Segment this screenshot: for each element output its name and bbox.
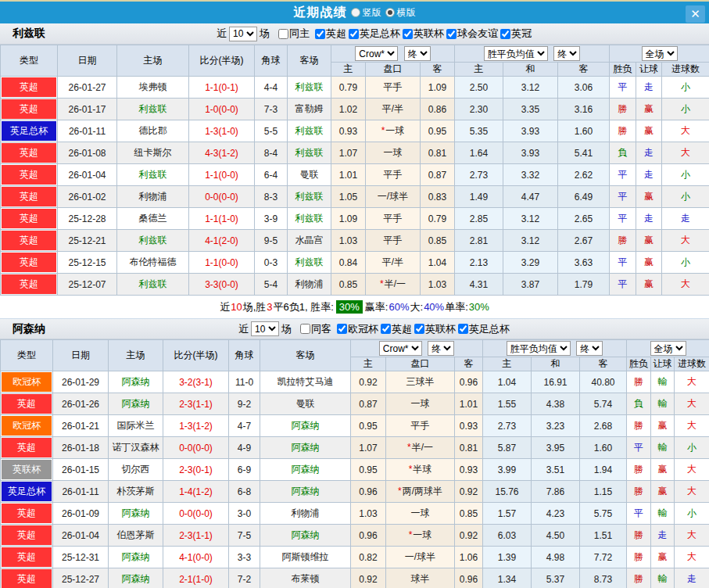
- match-score: 3-3(0-0): [189, 274, 255, 296]
- away-team: 富勒姆: [288, 99, 331, 120]
- league-badge: 英超: [2, 438, 52, 457]
- close-button[interactable]: ✕: [686, 5, 705, 23]
- league-checkbox[interactable]: [458, 324, 468, 334]
- crow-home-odds: 1.03: [351, 503, 386, 525]
- league-checkbox[interactable]: [446, 29, 457, 39]
- league-filter[interactable]: 英足总杯: [349, 27, 400, 41]
- col-goals: 进球数: [662, 63, 709, 77]
- avg-away-odds: 7.72: [580, 547, 627, 568]
- result-goals: 大: [675, 525, 709, 547]
- odds-time-select[interactable]: 终: [428, 341, 454, 356]
- recent-count-select[interactable]: 10: [229, 27, 257, 41]
- same-venue-filter[interactable]: 同主: [278, 27, 310, 41]
- radio-unselected-icon[interactable]: [351, 8, 360, 17]
- league-filter[interactable]: 球会友谊: [446, 27, 498, 41]
- match-row: 英超26-01-17利兹联1-0(0-0)7-3富勒姆1.02平/半0.862.…: [1, 99, 709, 120]
- avg-home-odds: 1.04: [483, 371, 532, 393]
- away-team: 凯拉特艾马迪: [260, 371, 351, 393]
- avg-time-select[interactable]: 终: [576, 341, 603, 356]
- league-filter[interactable]: 欧冠杯: [337, 322, 378, 336]
- league-filter[interactable]: 英联杯: [403, 27, 444, 41]
- league-badge: 英超: [2, 143, 56, 163]
- crow-home-odds: 1.02: [331, 99, 366, 120]
- avg-type-select[interactable]: 胜平负均值: [484, 46, 548, 61]
- handicap-line: 一球: [386, 393, 455, 415]
- same-venue-filter[interactable]: 同客: [300, 322, 331, 336]
- match-row: 英超25-12-15布伦特福德1-1(0-0)0-3利兹联0.84平/半1.04…: [1, 252, 709, 274]
- league-filter[interactable]: 英超: [381, 322, 412, 336]
- team-name: 利兹联: [13, 27, 45, 41]
- col-handicap: 盘口: [366, 63, 421, 77]
- result-handicap: 走: [636, 142, 662, 164]
- col-let-ball: 让球: [636, 63, 662, 77]
- result-wdl: 平: [610, 208, 636, 230]
- avg-home-odds: 4.31: [455, 274, 503, 296]
- layout-vertical-radio[interactable]: 竖版: [351, 6, 381, 20]
- layout-vertical-label: 竖版: [363, 6, 381, 20]
- match-row: 英超25-12-28桑德兰1-1(1-0)3-9利兹联1.09平手0.792.8…: [1, 208, 709, 230]
- league-cell: 英超: [1, 274, 58, 296]
- league-filter[interactable]: 英联杯: [414, 322, 456, 336]
- away-team: 阿森纳: [260, 415, 351, 437]
- match-date: 26-01-17: [58, 99, 117, 120]
- summary-text: 10: [231, 301, 242, 313]
- league-cell: 英超: [1, 230, 58, 252]
- league-checkbox[interactable]: [414, 324, 424, 334]
- result-wdl: 負: [627, 393, 651, 415]
- crow-away-odds: 0.92: [455, 481, 483, 503]
- crow-away-odds: 0.95: [421, 120, 455, 142]
- odds-time-select[interactable]: 终: [404, 46, 431, 61]
- match-row: 英超25-12-27阿森纳2-1(1-0)7-2布莱顿0.92球半0.961.3…: [1, 568, 709, 588]
- avg-away-odds: 8.73: [580, 568, 627, 588]
- same-venue-checkbox[interactable]: [278, 29, 288, 39]
- odds-company-select[interactable]: Crow*: [379, 341, 422, 356]
- result-wdl: 平: [610, 252, 636, 274]
- crow-away-odds: 1.04: [421, 252, 455, 274]
- match-row: 英超26-01-26阿森纳2-3(1-1)9-2曼联0.87一球1.011.55…: [1, 393, 709, 415]
- layout-horizontal-label: 横版: [397, 6, 416, 20]
- league-checkbox[interactable]: [381, 324, 391, 334]
- match-row: 英足总杯26-01-11德比郡1-3(1-0)5-5利兹联0.93*一球0.95…: [1, 120, 709, 142]
- avg-time-select[interactable]: 终: [553, 46, 580, 61]
- odds-company-select[interactable]: Crow*: [355, 46, 398, 61]
- avg-type-select[interactable]: 胜平负均值: [507, 341, 571, 356]
- match-row: 英超25-12-07利兹联3-3(0-0)5-4利物浦0.85*半/一1.034…: [1, 274, 709, 296]
- col-wdl: 胜负: [627, 357, 651, 371]
- league-badge: 英超: [2, 187, 56, 206]
- league-checkbox[interactable]: [500, 29, 510, 39]
- home-team: 桑德兰: [117, 208, 189, 230]
- same-venue-checkbox[interactable]: [300, 324, 310, 334]
- league-checkbox[interactable]: [403, 29, 413, 39]
- crow-home-odds: 1.01: [331, 164, 366, 186]
- result-goals: 大: [675, 547, 709, 568]
- corner-score: 7-3: [255, 99, 288, 120]
- league-filter[interactable]: 英冠: [500, 27, 532, 41]
- col-odds-away: 客: [455, 357, 483, 371]
- result-wdl: 勝: [610, 120, 636, 142]
- avg-home-odds: 1.49: [455, 186, 503, 208]
- period-select[interactable]: 全场: [642, 46, 678, 61]
- league-filter[interactable]: 英足总杯: [458, 322, 510, 336]
- match-score: 3-2(3-1): [163, 371, 229, 393]
- league-checkbox[interactable]: [337, 324, 347, 334]
- result-wdl: 負: [610, 142, 636, 164]
- league-filter[interactable]: 英超: [315, 27, 346, 41]
- avg-draw-odds: 3.95: [532, 437, 580, 459]
- home-team: 阿森纳: [109, 568, 163, 588]
- match-date: 25-12-28: [58, 208, 117, 230]
- layout-horizontal-radio[interactable]: 横版: [385, 6, 416, 20]
- home-team: 阿森纳: [109, 393, 163, 415]
- league-checkbox[interactable]: [349, 29, 359, 39]
- league-badge: 英联杯: [2, 460, 52, 479]
- crow-away-odds: 0.96: [455, 568, 483, 588]
- home-team: 国际米兰: [109, 415, 163, 437]
- avg-away-odds: 2.67: [558, 230, 610, 252]
- league-checkbox[interactable]: [315, 29, 325, 39]
- match-score: 2-3(0-1): [163, 459, 229, 481]
- period-select[interactable]: 全场: [650, 341, 686, 356]
- result-wdl: 勝: [627, 459, 651, 481]
- recent-count-select[interactable]: 10: [251, 321, 279, 336]
- radio-selected-icon[interactable]: [385, 8, 395, 17]
- handicap-line: 一球: [366, 142, 421, 164]
- league-cell: 英超: [1, 525, 53, 547]
